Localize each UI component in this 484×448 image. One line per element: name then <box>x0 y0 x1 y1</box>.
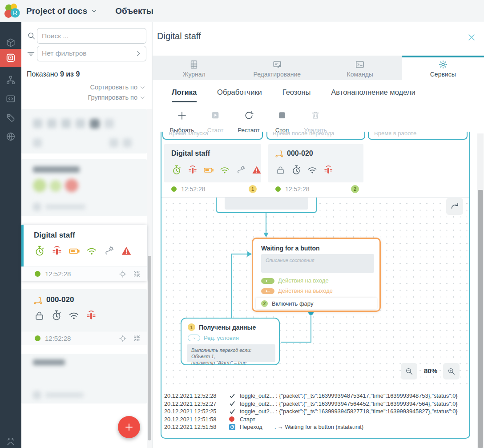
filter-value: Нет фильтров <box>37 46 146 61</box>
object-list-item-redacted[interactable] <box>21 159 147 216</box>
state-description-input[interactable]: Описание состояния <box>261 254 374 273</box>
log-message: toggle_out2... : {"packet":{"_ts":163999… <box>240 400 458 407</box>
select-button[interactable]: Выбрать <box>166 110 198 133</box>
tab-editing[interactable]: Редактирование <box>236 56 319 80</box>
redo-arrow-icon <box>450 202 460 211</box>
zoom-out-button[interactable] <box>401 363 417 379</box>
add-object-button[interactable] <box>118 416 140 438</box>
object-list-item-redacted[interactable] <box>21 354 147 404</box>
detail-scrollbar-track[interactable] <box>477 133 484 448</box>
column-launch-time: Время запуска <box>162 132 263 140</box>
state-node-partial[interactable] <box>216 197 317 213</box>
collapse-icon[interactable] <box>133 270 141 278</box>
chevron-right-icon <box>134 50 142 57</box>
tab-journal[interactable]: Журнал <box>153 56 236 80</box>
status-icons <box>34 245 132 257</box>
scooter-icon <box>33 295 44 306</box>
object-footer: 12:52:28 <box>21 331 147 345</box>
chevron-down-icon <box>140 95 145 101</box>
sidebar-item-tools[interactable] <box>0 433 21 448</box>
plug-icon <box>103 245 115 257</box>
tab-commands[interactable]: Команды <box>319 56 402 80</box>
state-title: Waiting for a button <box>261 245 320 252</box>
zoom-level: 80% <box>419 367 442 375</box>
warning-icon <box>251 165 262 175</box>
object-list-item-digital-staff[interactable]: Digital staff 12:52:28 <box>21 225 147 281</box>
scooter-icon <box>274 149 284 159</box>
filter-selector[interactable]: Нет фильтров <box>37 46 146 61</box>
search-input[interactable] <box>37 28 146 43</box>
sidebar-item-network[interactable] <box>0 128 21 145</box>
tab-services[interactable]: Сервисы <box>402 56 484 80</box>
sidebar-item-objects[interactable] <box>0 49 21 67</box>
state-machine-canvas[interactable]: Waiting for a button Описание состояния … <box>161 197 469 390</box>
tab-label: Команды <box>347 71 373 78</box>
subtab-geofences[interactable]: Геозоны <box>282 88 311 101</box>
object-list-item-000-020[interactable]: 000-020 12:52:28 <box>21 289 147 345</box>
nav-objects[interactable]: Объекты <box>115 6 153 16</box>
condition-pill[interactable]: ~ <box>188 335 200 341</box>
online-status-dot <box>35 335 40 341</box>
card-badge: 2 <box>351 185 359 193</box>
log-message: Старт <box>240 416 255 423</box>
project-selector[interactable]: Project of docs <box>26 6 97 16</box>
state-node-waiting-for-button[interactable]: Waiting for a button Описание состояния … <box>252 238 381 312</box>
column-time-after-transition: Время после перехода <box>266 132 365 140</box>
stopwatch-icon <box>291 165 302 175</box>
logic-content: Время запуска Время после перехода Время… <box>161 132 470 439</box>
last-packet-time: 12:52:28 <box>45 335 119 342</box>
subtab-logic[interactable]: Логика <box>172 88 197 102</box>
sort-by-control[interactable]: Сортировать по <box>90 84 145 91</box>
description-placeholder: Описание состояния <box>266 258 315 263</box>
plus-icon <box>177 110 187 121</box>
entry-actions-pill[interactable] <box>261 278 274 284</box>
app-logo-icon[interactable]: R <box>3 2 21 20</box>
log-timestamp: 20.12.2021 12:52:27 <box>164 400 229 407</box>
object-list-item-redacted[interactable] <box>21 109 147 153</box>
restart-button[interactable]: Рестарт <box>233 110 264 133</box>
sidebar-item-tags[interactable] <box>0 109 21 126</box>
object-card-000-020[interactable]: 000-020 <box>268 144 363 182</box>
object-card-digital-staff[interactable]: Digital staff <box>164 144 261 182</box>
arrow-left-icon <box>265 289 271 293</box>
log-message: Переход <box>240 424 274 430</box>
subtab-handlers[interactable]: Обработчики <box>217 88 262 101</box>
detail-panel: Digital staff Журнал Редактирование Кома… <box>152 22 484 448</box>
plug-icon <box>235 165 246 175</box>
log-message: toggle_out2... : {"packet":{"_ts":163999… <box>240 392 458 399</box>
objects-panel: Нет фильтров Показано 9 из 9 Сортировать… <box>21 22 152 448</box>
redo-button[interactable] <box>446 198 463 215</box>
action-badge: 2 <box>261 300 268 307</box>
beacon-icon <box>187 165 198 175</box>
stop-button[interactable]: Стоп <box>266 110 298 133</box>
condition-node-data-received[interactable]: 1 Получены данные ~ Ред. условия Выполни… <box>181 318 280 365</box>
detail-scrollbar-thumb[interactable] <box>478 190 483 448</box>
sidebar-item-automata[interactable] <box>0 72 21 89</box>
state-action-row[interactable]: 2 Включить фару <box>256 298 377 309</box>
subtab-autofill[interactable]: Автонаполнение модели <box>331 88 415 101</box>
list-scrollbar-thumb[interactable] <box>148 256 151 440</box>
object-name: Digital staff <box>34 231 75 240</box>
beacon-icon <box>85 310 97 321</box>
sidebar-item-handlers[interactable] <box>0 90 21 107</box>
beacon-icon <box>51 245 63 257</box>
services-icon <box>438 60 448 69</box>
zoom-in-button[interactable] <box>443 363 460 379</box>
project-name: Project of docs <box>26 6 87 16</box>
exit-actions-pill[interactable] <box>261 288 274 294</box>
log-row: 20.12.2021 12:52:27 toggle_out2... : {"p… <box>164 400 468 408</box>
tab-label: Журнал <box>183 71 206 78</box>
start-button[interactable]: Старт <box>200 110 231 133</box>
close-button[interactable] <box>467 33 476 44</box>
arrow-left-icon <box>265 279 271 283</box>
app-root: R Project of docs Объекты <box>0 0 484 448</box>
status-icons <box>34 310 97 321</box>
log-timestamp: 20.12.2021 12:51:58 <box>164 416 229 423</box>
collapse-icon[interactable] <box>133 335 141 342</box>
locate-icon[interactable] <box>119 270 127 278</box>
locate-icon[interactable] <box>119 335 127 343</box>
delete-button[interactable]: Удалить <box>300 110 331 133</box>
wifi-icon <box>68 310 80 321</box>
group-by-control[interactable]: Группировать по <box>88 94 145 101</box>
edit-condition-link[interactable]: Ред. условия <box>204 335 239 341</box>
